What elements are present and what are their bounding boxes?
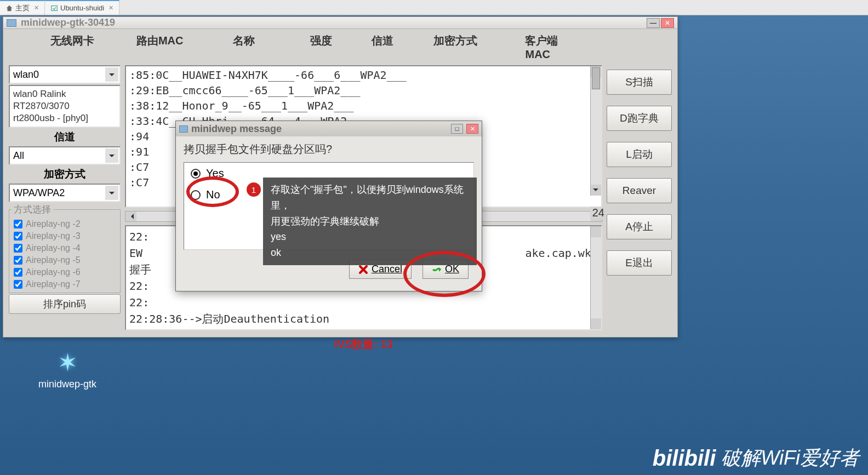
annotation-tooltip: 存取这个"握手包"，以便拷贝到windows系统里， 用更强劲的字典继续破解 y…	[263, 178, 477, 265]
channel-label: 信道	[9, 129, 121, 145]
right-panel: S扫描 D跑字典 L启动 Reaver A停止 E退出	[607, 65, 672, 355]
checkbox-icon[interactable]	[14, 244, 22, 253]
encrypt-combo[interactable]: WPA/WPA2	[9, 184, 121, 202]
chevron-down-icon	[105, 67, 118, 82]
folder-icon	[179, 125, 188, 133]
dialog-maximize-button[interactable]: □	[451, 124, 463, 134]
header-iface: 无线网卡	[9, 33, 136, 61]
method-checkbox[interactable]: Aireplay-ng -5	[12, 254, 118, 266]
method-checkbox[interactable]: Aireplay-ng -3	[12, 230, 118, 242]
log-scrollbar[interactable]	[590, 226, 601, 329]
scroll-down-icon[interactable]	[591, 185, 601, 196]
app-icon: ✶	[38, 348, 96, 376]
titlebar: minidwep-gtk-30419 — ✕	[3, 17, 677, 29]
checkbox-icon[interactable]	[14, 232, 22, 241]
method-label: Aireplay-ng -2	[26, 219, 81, 229]
log-line: 22:28:36-->启动Deauthentication	[129, 311, 598, 327]
bilibili-logo: bilibili	[653, 446, 716, 471]
dialog-titlebar: minidwep message □ ✕	[176, 121, 482, 136]
ok-icon	[432, 265, 442, 274]
sort-pin-button[interactable]: 排序pin码	[9, 294, 121, 314]
log-line: 22:	[129, 294, 598, 311]
iface-combo[interactable]: wlan0	[9, 65, 121, 84]
desktop-icon-label: minidwep-gtk	[38, 379, 96, 390]
exit-button[interactable]: E退出	[607, 250, 672, 276]
dialog-close-button[interactable]: ✕	[466, 124, 478, 134]
dialog-title: minidwep message	[191, 123, 448, 135]
close-icon[interactable]: ✕	[108, 4, 113, 12]
method-legend: 方式选择	[12, 203, 53, 216]
method-checkbox[interactable]: Aireplay-ng -7	[12, 278, 118, 290]
vm-icon	[50, 4, 58, 12]
header-encrypt: 加密方式	[433, 33, 503, 61]
watermark: bilibili 破解WiFi爱好者	[653, 445, 859, 472]
encrypt-value: WPA/WPA2	[13, 187, 65, 199]
network-row[interactable]: :85:0C__HUAWEI-N4XH7K____-66___6___WPA2_…	[127, 67, 600, 83]
scroll-left-icon[interactable]	[125, 211, 136, 221]
checkbox-icon[interactable]	[14, 268, 22, 277]
minimize-button[interactable]: —	[647, 18, 660, 28]
network-row[interactable]: :38:12__Honor_9__-65___1___WPA2___	[127, 98, 600, 113]
window-title: minidwep-gtk-30419	[21, 17, 647, 28]
header-signal: 强度	[310, 33, 350, 61]
checkbox-icon[interactable]	[14, 256, 22, 265]
method-label: Aireplay-ng -5	[26, 255, 81, 265]
method-checkbox[interactable]: Aireplay-ng -4	[12, 242, 118, 254]
channel-value: All	[13, 150, 24, 162]
header-mac: 路由MAC	[136, 33, 211, 61]
checkbox-icon[interactable]	[14, 280, 22, 289]
method-label: Aireplay-ng -3	[26, 231, 81, 241]
desktop-icon-minidwep[interactable]: ✶ minidwep-gtk	[38, 348, 96, 390]
scrollbar-vertical[interactable]	[590, 66, 601, 196]
channel-combo[interactable]: All	[9, 146, 121, 165]
radio-label: Yes	[206, 167, 224, 180]
method-fieldset: 方式选择 Aireplay-ng -2Aireplay-ng -3Airepla…	[9, 203, 121, 293]
stop-button[interactable]: A停止	[607, 214, 672, 239]
chevron-down-icon	[105, 186, 118, 200]
dialog-question: 拷贝握手包文件到硬盘分区吗?	[184, 142, 474, 157]
tab-ubuntu[interactable]: Ubuntu-shuidi ✕	[45, 0, 119, 15]
radio-label: No	[206, 188, 220, 201]
watermark-text: 破解WiFi爱好者	[721, 445, 859, 472]
launch-button[interactable]: L启动	[607, 142, 672, 167]
home-icon	[5, 4, 13, 12]
header-client: 客户端MAC	[525, 33, 578, 61]
method-label: Aireplay-ng -6	[26, 267, 81, 277]
tab-bar: 主页 ✕ Ubuntu-shuidi ✕	[0, 0, 868, 15]
radio-icon	[191, 169, 201, 179]
reaver-button[interactable]: Reaver	[607, 178, 672, 203]
tab-label: Ubuntu-shuidi	[60, 4, 104, 12]
cancel-icon	[358, 265, 368, 274]
radio-icon	[191, 190, 201, 200]
tab-home[interactable]: 主页 ✕	[0, 0, 45, 15]
checkbox-icon[interactable]	[14, 220, 22, 228]
close-icon[interactable]: ✕	[34, 4, 39, 12]
close-button[interactable]: ✕	[661, 18, 674, 28]
network-row[interactable]: :29:EB__cmcc66____-65___1___WPA2___	[127, 83, 600, 98]
scroll-thumb[interactable]	[592, 67, 600, 89]
header-name: 名称	[233, 33, 288, 61]
method-checkbox[interactable]: Aireplay-ng -2	[12, 218, 118, 230]
header-channel: 信道	[372, 33, 412, 61]
scroll-down-icon[interactable]	[591, 318, 601, 329]
method-label: Aireplay-ng -4	[26, 243, 81, 253]
scan-button[interactable]: S扫描	[607, 70, 672, 95]
column-headers: 无线网卡 路由MAC 名称 强度 信道 加密方式 客户端MAC	[3, 29, 677, 65]
iface-value: wlan0	[13, 69, 39, 81]
folder-icon	[7, 19, 16, 27]
left-panel: wlan0 wlan0 Ralink RT2870/3070 rt2800usb…	[9, 65, 121, 355]
network-count: 24	[590, 207, 607, 219]
chevron-down-icon	[105, 148, 118, 163]
encrypt-label: 加密方式	[9, 166, 121, 182]
ivs-count: IVS数量: 13	[125, 334, 602, 355]
scroll-up-icon[interactable]	[591, 226, 601, 237]
tab-label: 主页	[15, 3, 30, 13]
method-label: Aireplay-ng -7	[26, 279, 81, 289]
dict-button[interactable]: D跑字典	[607, 106, 672, 131]
method-checkbox[interactable]: Aireplay-ng -6	[12, 266, 118, 278]
card-info: wlan0 Ralink RT2870/3070 rt2800usb - [ph…	[9, 85, 121, 128]
